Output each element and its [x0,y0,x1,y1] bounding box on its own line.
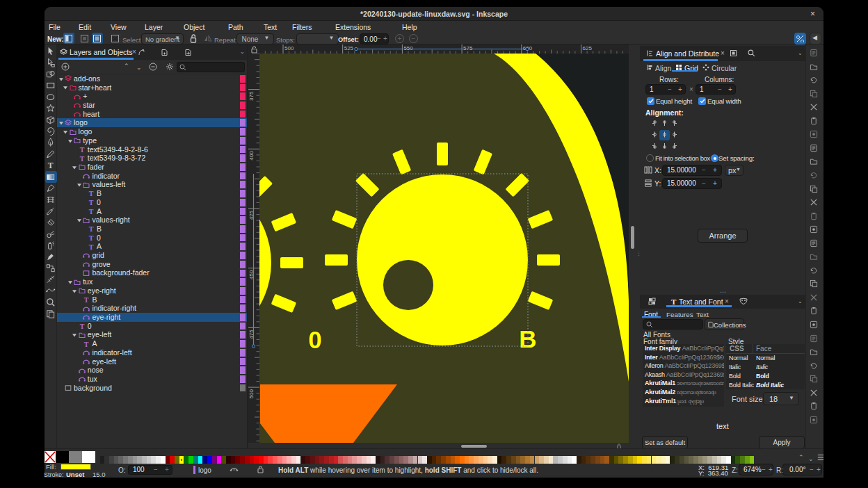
svg-text:375: 375 [248,91,255,101]
svg-text:T: T [89,190,94,197]
svg-text:B: B [519,325,536,352]
svg-text:525: 525 [344,45,354,51]
svg-text:T: T [89,243,94,250]
svg-text:T: T [79,146,84,153]
svg-text:0: 0 [308,326,321,353]
svg-text:T: T [89,208,94,215]
svg-text:T: T [89,199,94,206]
svg-text:500: 500 [284,45,294,51]
svg-text:T: T [79,323,84,330]
svg-text:T: T [84,296,89,303]
svg-text:T: T [89,225,94,232]
svg-text:T: T [84,341,89,348]
svg-text:500: 500 [248,389,255,399]
svg-text:T: T [89,234,94,241]
svg-text:625: 625 [583,45,593,51]
svg-text:575: 575 [463,45,473,51]
svg-text:400: 400 [248,151,255,161]
svg-text:T: T [48,161,54,170]
svg-text:550: 550 [403,45,413,51]
svg-text:T: T [79,155,84,162]
